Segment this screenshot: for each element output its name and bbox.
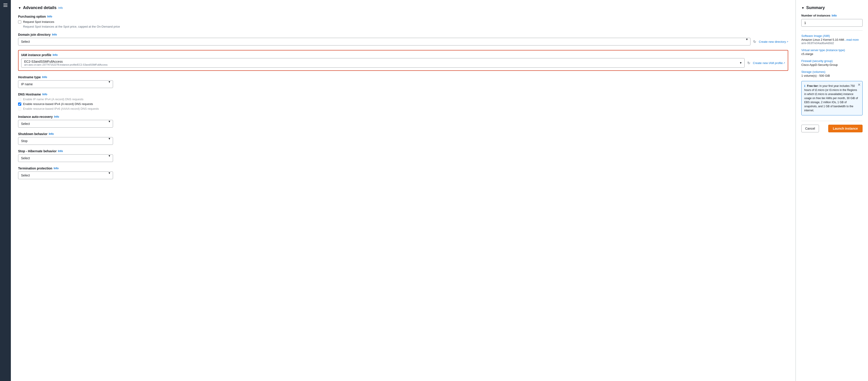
virtual-server-value: c5.xlarge	[801, 52, 863, 56]
firewall-label[interactable]: Firewall (security group)	[801, 59, 863, 63]
ami-id: ami-063f7e04ad6a4d0d2	[801, 41, 834, 45]
auto-recovery-label: Instance auto-recovery Info	[18, 115, 788, 119]
num-instances-field: Number of instances Info	[801, 14, 863, 27]
svg-rect-1	[3, 5, 7, 5]
virtual-server-field: Virtual server type (instance type) c5.x…	[801, 49, 863, 56]
software-image-label[interactable]: Software Image (AMI)	[801, 34, 863, 37]
free-tier-close-button[interactable]: ✕	[858, 83, 861, 87]
dns-hostname-label: DNS Hostname Info	[18, 92, 788, 96]
termination-protection-group: Termination protection Info Select Enabl…	[18, 167, 788, 179]
iam-profile-refresh-button[interactable]: ↻	[746, 60, 751, 66]
svg-rect-0	[3, 4, 7, 4]
hostname-type-select[interactable]: IP name Resource name	[18, 80, 113, 88]
launch-instance-button[interactable]: Launch instance	[828, 125, 863, 133]
free-tier-notice: ✕ ℹ Free tier: In your first year includ…	[801, 81, 863, 115]
storage-field: Storage (volumes) 1 volume(s) - 500 GiB	[801, 70, 863, 77]
free-tier-title: Free tier:	[807, 84, 818, 88]
spot-instances-label[interactable]: Request Spot Instances	[23, 20, 54, 24]
free-tier-info-icon: ℹ	[804, 84, 805, 88]
iam-profile-info-link[interactable]: Info	[53, 53, 58, 57]
iam-profile-label: IAM instance profile Info	[21, 53, 785, 57]
dns-resource-ipv6-checkbox[interactable]	[18, 107, 21, 110]
auto-recovery-info-link[interactable]: Info	[54, 115, 59, 118]
storage-label[interactable]: Storage (volumes)	[801, 70, 863, 74]
advanced-details-panel: ▼ Advanced details Info Purchasing optio…	[11, 0, 796, 381]
shutdown-behavior-label: Shutdown behavior Info	[18, 132, 788, 136]
cancel-button[interactable]: Cancel	[801, 125, 819, 133]
software-image-field: Software Image (AMI) Amazon Linux 2 Kern…	[801, 34, 863, 45]
external-link-icon: ↗	[786, 40, 788, 43]
iam-external-link-icon: ↗	[783, 62, 785, 64]
num-instances-info-link[interactable]: Info	[832, 14, 837, 17]
domain-join-select[interactable]: Select	[18, 38, 750, 46]
dns-ipname-ipv4-checkbox[interactable]	[18, 98, 21, 101]
hibernate-behavior-group: Stop - Hibernate behavior Info Select En…	[18, 149, 788, 162]
section-header: ▼ Advanced details Info	[18, 5, 788, 10]
summary-header: ▼ Summary	[801, 5, 863, 10]
create-iam-profile-link[interactable]: Create new IAM profile ↗	[753, 61, 785, 65]
firewall-value: Cisco-AppD-Security-Group	[801, 63, 863, 66]
summary-collapse-triangle[interactable]: ▼	[801, 6, 804, 10]
virtual-server-label[interactable]: Virtual server type (instance type)	[801, 49, 863, 52]
domain-join-info-link[interactable]: Info	[52, 33, 57, 36]
dns-hostname-group: DNS Hostname Info Enable IP name IPv4 (A…	[18, 92, 788, 110]
num-instances-label: Number of instances Info	[801, 14, 863, 17]
iam-profile-select[interactable]: EC2-S3andSSMFullAccess arn:aws-cn:iam::2…	[21, 58, 745, 68]
dns-hostname-info-link[interactable]: Info	[42, 93, 47, 96]
section-info-link[interactable]: Info	[58, 6, 63, 9]
svg-rect-2	[3, 6, 7, 7]
dns-checkbox2-group: Enable resource-based IPv4 (A record) DN…	[18, 102, 788, 106]
dns-ipname-ipv4-label: Enable IP name IPv4 (A record) DNS reque…	[23, 97, 84, 101]
purchasing-label: Purchasing option Info	[18, 15, 788, 18]
num-instances-input[interactable]	[801, 19, 863, 27]
termination-protection-info-link[interactable]: Info	[54, 167, 59, 170]
shutdown-behavior-select[interactable]: Stop Terminate	[18, 137, 113, 145]
auto-recovery-group: Instance auto-recovery Info Select Defau…	[18, 115, 788, 127]
hibernate-behavior-info-link[interactable]: Info	[58, 150, 63, 153]
storage-value: 1 volume(s) - 500 GiB	[801, 74, 863, 77]
iam-selected-arn: arn:aws-cn:iam::237747152278:instance-pr…	[24, 63, 736, 66]
spot-instances-checkbox-group: Request Spot Instances	[18, 20, 788, 24]
shutdown-behavior-group: Shutdown behavior Info Stop Terminate ▼	[18, 132, 788, 145]
iam-profile-select-wrapper: EC2-S3andSSMFullAccess arn:aws-cn:iam::2…	[21, 58, 785, 68]
domain-join-refresh-button[interactable]: ↻	[752, 39, 757, 45]
purchasing-option-group: Purchasing option Info Request Spot Inst…	[18, 15, 788, 28]
collapse-triangle[interactable]: ▼	[18, 6, 21, 10]
iam-select-arrow-icon: ▼	[739, 61, 742, 64]
summary-title: Summary	[806, 5, 825, 10]
hostname-type-group: Hostname type Info IP name Resource name…	[18, 75, 788, 88]
dns-checkbox1-group: Enable IP name IPv4 (A record) DNS reque…	[18, 97, 788, 101]
summary-actions: Cancel Launch instance	[801, 121, 863, 133]
auto-recovery-select[interactable]: Select Default Disabled Enabled	[18, 120, 113, 127]
domain-join-select-wrapper: Select ▼ ↻ Create new directory ↗	[18, 38, 788, 46]
section-title: Advanced details	[23, 5, 57, 10]
software-image-value: Amazon Linux 2 Kernel 5.10 AMI...read mo…	[801, 38, 863, 45]
domain-join-group: Domain join directory Info Select ▼ ↻ Cr…	[18, 33, 788, 46]
summary-divider-1	[801, 30, 863, 31]
termination-protection-label: Termination protection Info	[18, 167, 788, 170]
purchasing-info-link[interactable]: Info	[47, 15, 52, 18]
iam-profile-group: IAM instance profile Info EC2-S3andSSMFu…	[18, 50, 788, 71]
dns-resource-ipv4-checkbox[interactable]	[18, 102, 21, 106]
termination-protection-select[interactable]: Select Enable Disable	[18, 172, 113, 179]
read-more-link[interactable]: ...read more	[844, 38, 859, 41]
dns-resource-ipv6-label: Enable resource-based IPv6 (AAAA record)…	[23, 107, 99, 110]
domain-join-label: Domain join directory Info	[18, 33, 788, 36]
dns-checkbox3-group: Enable resource-based IPv6 (AAAA record)…	[18, 107, 788, 110]
shutdown-behavior-info-link[interactable]: Info	[49, 133, 54, 136]
create-directory-link[interactable]: Create new directory ↗	[759, 40, 788, 43]
free-tier-text: In your first year includes 750 hours of…	[804, 84, 858, 112]
spot-instances-checkbox[interactable]	[18, 20, 21, 24]
firewall-field: Firewall (security group) Cisco-AppD-Sec…	[801, 59, 863, 66]
summary-panel: ▼ Summary Number of instances Info Softw…	[796, 0, 868, 381]
hibernate-behavior-select[interactable]: Select Enabled Disabled	[18, 154, 113, 162]
spot-helper-text: Request Spot Instances at the Spot price…	[23, 25, 788, 28]
dns-resource-ipv4-label[interactable]: Enable resource-based IPv4 (A record) DN…	[23, 102, 93, 106]
iam-selected-value: EC2-S3andSSMFullAccess	[24, 60, 736, 63]
hibernate-behavior-label: Stop - Hibernate behavior Info	[18, 149, 788, 153]
hostname-type-label: Hostname type Info	[18, 75, 788, 79]
hostname-type-info-link[interactable]: Info	[42, 76, 47, 79]
sidebar-toggle[interactable]	[0, 0, 11, 381]
